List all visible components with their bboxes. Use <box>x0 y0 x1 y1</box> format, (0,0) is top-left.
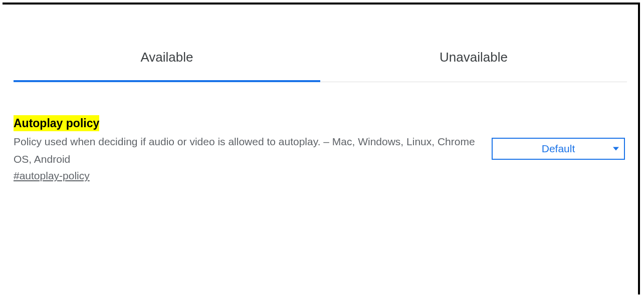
window-frame: Available Unavailable Autoplay policy Po… <box>3 3 640 294</box>
flag-title: Autoplay policy <box>14 115 99 131</box>
flag-anchor-link[interactable]: #autoplay-policy <box>14 170 90 182</box>
tab-unavailable-label: Unavailable <box>440 50 508 65</box>
flag-dropdown[interactable]: Default <box>492 138 625 160</box>
tab-available[interactable]: Available <box>14 50 320 82</box>
tab-available-label: Available <box>140 50 193 65</box>
tabs-row: Available Unavailable <box>14 50 627 82</box>
chevron-down-icon <box>613 147 619 150</box>
tab-unavailable[interactable]: Unavailable <box>320 50 627 82</box>
flag-control: Default <box>492 138 625 160</box>
content-area: Available Unavailable Autoplay policy Po… <box>3 50 638 182</box>
flag-description: Policy used when deciding if audio or vi… <box>14 133 485 168</box>
flag-dropdown-value: Default <box>542 143 575 155</box>
flag-entry: Autoplay policy Policy used when decidin… <box>14 115 627 182</box>
flag-text-block: Autoplay policy Policy used when decidin… <box>14 115 485 182</box>
